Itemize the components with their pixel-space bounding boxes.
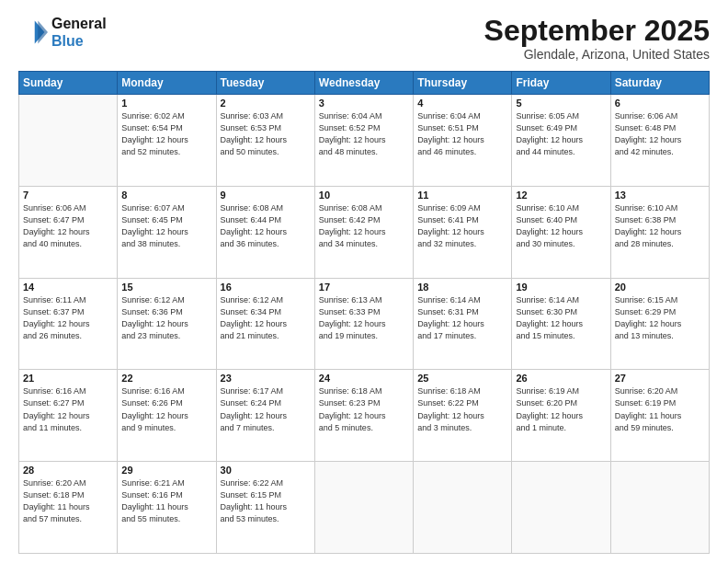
col-header-monday: Monday (118, 72, 216, 95)
day-detail: Sunrise: 6:07 AM Sunset: 6:45 PM Dayligh… (121, 202, 211, 250)
header: General Blue September 2025 Glendale, Ar… (18, 15, 710, 62)
col-header-saturday: Saturday (610, 72, 709, 95)
day-detail: Sunrise: 6:17 AM Sunset: 6:24 PM Dayligh… (221, 385, 311, 433)
day-detail: Sunrise: 6:06 AM Sunset: 6:47 PM Dayligh… (23, 202, 113, 250)
day-number: 14 (23, 282, 113, 293)
week-row-1: 1Sunrise: 6:02 AM Sunset: 6:54 PM Daylig… (19, 95, 710, 187)
day-cell (512, 462, 610, 554)
day-number: 22 (121, 373, 211, 384)
day-cell (414, 462, 512, 554)
day-cell: 2Sunrise: 6:03 AM Sunset: 6:53 PM Daylig… (216, 95, 314, 187)
day-cell: 22Sunrise: 6:16 AM Sunset: 6:26 PM Dayli… (118, 370, 216, 462)
col-header-sunday: Sunday (19, 72, 118, 95)
day-detail: Sunrise: 6:12 AM Sunset: 6:36 PM Dayligh… (121, 294, 211, 342)
day-number: 20 (615, 282, 705, 293)
col-header-wednesday: Wednesday (314, 72, 413, 95)
day-number: 18 (417, 282, 507, 293)
calendar-header-row: SundayMondayTuesdayWednesdayThursdayFrid… (19, 72, 710, 95)
day-cell: 21Sunrise: 6:16 AM Sunset: 6:27 PM Dayli… (19, 370, 118, 462)
day-cell: 13Sunrise: 6:10 AM Sunset: 6:38 PM Dayli… (610, 186, 709, 278)
day-cell (610, 462, 709, 554)
logo-text: General Blue (51, 15, 107, 50)
day-detail: Sunrise: 6:11 AM Sunset: 6:37 PM Dayligh… (23, 294, 113, 342)
day-number: 1 (121, 98, 211, 109)
col-header-thursday: Thursday (414, 72, 512, 95)
day-cell: 17Sunrise: 6:13 AM Sunset: 6:33 PM Dayli… (314, 278, 413, 370)
day-detail: Sunrise: 6:16 AM Sunset: 6:26 PM Dayligh… (121, 385, 211, 433)
day-number: 6 (615, 98, 705, 109)
day-detail: Sunrise: 6:14 AM Sunset: 6:30 PM Dayligh… (516, 294, 606, 342)
day-detail: Sunrise: 6:21 AM Sunset: 6:16 PM Dayligh… (121, 477, 211, 525)
day-number: 23 (221, 373, 311, 384)
day-number: 21 (23, 373, 113, 384)
day-cell: 20Sunrise: 6:15 AM Sunset: 6:29 PM Dayli… (610, 278, 709, 370)
day-detail: Sunrise: 6:12 AM Sunset: 6:34 PM Dayligh… (221, 294, 311, 342)
day-detail: Sunrise: 6:16 AM Sunset: 6:27 PM Dayligh… (23, 385, 113, 433)
day-number: 7 (23, 190, 113, 201)
day-cell: 28Sunrise: 6:20 AM Sunset: 6:18 PM Dayli… (19, 462, 118, 554)
day-number: 9 (221, 190, 311, 201)
day-cell: 14Sunrise: 6:11 AM Sunset: 6:37 PM Dayli… (19, 278, 118, 370)
day-detail: Sunrise: 6:10 AM Sunset: 6:38 PM Dayligh… (615, 202, 705, 250)
week-row-2: 7Sunrise: 6:06 AM Sunset: 6:47 PM Daylig… (19, 186, 710, 278)
day-cell: 5Sunrise: 6:05 AM Sunset: 6:49 PM Daylig… (512, 95, 610, 187)
day-detail: Sunrise: 6:18 AM Sunset: 6:22 PM Dayligh… (417, 385, 507, 433)
day-cell: 15Sunrise: 6:12 AM Sunset: 6:36 PM Dayli… (118, 278, 216, 370)
week-row-4: 21Sunrise: 6:16 AM Sunset: 6:27 PM Dayli… (19, 370, 710, 462)
day-number: 10 (319, 190, 409, 201)
day-number: 19 (516, 282, 606, 293)
day-cell: 8Sunrise: 6:07 AM Sunset: 6:45 PM Daylig… (118, 186, 216, 278)
day-cell: 30Sunrise: 6:22 AM Sunset: 6:15 PM Dayli… (216, 462, 314, 554)
day-number: 28 (23, 465, 113, 476)
title-block: September 2025 Glendale, Arizona, United… (484, 15, 710, 62)
day-detail: Sunrise: 6:04 AM Sunset: 6:52 PM Dayligh… (319, 110, 409, 158)
day-cell: 24Sunrise: 6:18 AM Sunset: 6:23 PM Dayli… (314, 370, 413, 462)
day-detail: Sunrise: 6:02 AM Sunset: 6:54 PM Dayligh… (121, 110, 211, 158)
day-detail: Sunrise: 6:20 AM Sunset: 6:18 PM Dayligh… (23, 477, 113, 525)
day-cell: 16Sunrise: 6:12 AM Sunset: 6:34 PM Dayli… (216, 278, 314, 370)
col-header-friday: Friday (512, 72, 610, 95)
day-detail: Sunrise: 6:05 AM Sunset: 6:49 PM Dayligh… (516, 110, 606, 158)
day-cell: 23Sunrise: 6:17 AM Sunset: 6:24 PM Dayli… (216, 370, 314, 462)
day-cell: 7Sunrise: 6:06 AM Sunset: 6:47 PM Daylig… (19, 186, 118, 278)
day-cell: 1Sunrise: 6:02 AM Sunset: 6:54 PM Daylig… (118, 95, 216, 187)
day-cell: 26Sunrise: 6:19 AM Sunset: 6:20 PM Dayli… (512, 370, 610, 462)
day-number: 16 (221, 282, 311, 293)
day-number: 11 (417, 190, 507, 201)
subtitle: Glendale, Arizona, United States (484, 47, 710, 62)
day-number: 2 (221, 98, 311, 109)
day-detail: Sunrise: 6:13 AM Sunset: 6:33 PM Dayligh… (319, 294, 409, 342)
logo: General Blue (18, 15, 107, 50)
day-cell: 4Sunrise: 6:04 AM Sunset: 6:51 PM Daylig… (414, 95, 512, 187)
day-detail: Sunrise: 6:20 AM Sunset: 6:19 PM Dayligh… (615, 385, 705, 433)
day-number: 24 (319, 373, 409, 384)
day-number: 30 (221, 465, 311, 476)
logo-icon (18, 17, 48, 47)
day-cell: 25Sunrise: 6:18 AM Sunset: 6:22 PM Dayli… (414, 370, 512, 462)
day-number: 25 (417, 373, 507, 384)
day-detail: Sunrise: 6:19 AM Sunset: 6:20 PM Dayligh… (516, 385, 606, 433)
day-cell: 29Sunrise: 6:21 AM Sunset: 6:16 PM Dayli… (118, 462, 216, 554)
day-detail: Sunrise: 6:14 AM Sunset: 6:31 PM Dayligh… (417, 294, 507, 342)
day-number: 27 (615, 373, 705, 384)
week-row-3: 14Sunrise: 6:11 AM Sunset: 6:37 PM Dayli… (19, 278, 710, 370)
day-cell: 6Sunrise: 6:06 AM Sunset: 6:48 PM Daylig… (610, 95, 709, 187)
day-detail: Sunrise: 6:22 AM Sunset: 6:15 PM Dayligh… (221, 477, 311, 525)
day-number: 17 (319, 282, 409, 293)
day-number: 8 (121, 190, 211, 201)
day-detail: Sunrise: 6:18 AM Sunset: 6:23 PM Dayligh… (319, 385, 409, 433)
day-number: 26 (516, 373, 606, 384)
page: General Blue September 2025 Glendale, Ar… (0, 0, 728, 563)
day-detail: Sunrise: 6:03 AM Sunset: 6:53 PM Dayligh… (221, 110, 311, 158)
svg-marker-1 (38, 21, 48, 44)
calendar-table: SundayMondayTuesdayWednesdayThursdayFrid… (18, 71, 710, 554)
day-cell (314, 462, 413, 554)
day-detail: Sunrise: 6:10 AM Sunset: 6:40 PM Dayligh… (516, 202, 606, 250)
day-cell: 11Sunrise: 6:09 AM Sunset: 6:41 PM Dayli… (414, 186, 512, 278)
day-detail: Sunrise: 6:15 AM Sunset: 6:29 PM Dayligh… (615, 294, 705, 342)
day-detail: Sunrise: 6:06 AM Sunset: 6:48 PM Dayligh… (615, 110, 705, 158)
day-number: 29 (121, 465, 211, 476)
day-number: 3 (319, 98, 409, 109)
day-number: 12 (516, 190, 606, 201)
day-detail: Sunrise: 6:09 AM Sunset: 6:41 PM Dayligh… (417, 202, 507, 250)
